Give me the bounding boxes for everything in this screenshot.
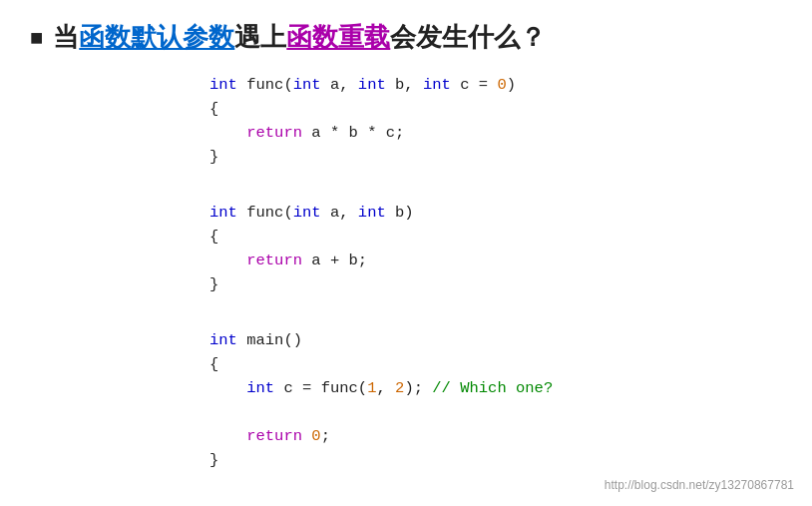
code-line: } <box>209 448 782 472</box>
code-line: int func(int a, int b) <box>209 201 782 225</box>
watermark: http://blog.csdn.net/zy13270867781 <box>605 478 794 492</box>
code-line: } <box>209 272 782 296</box>
code-line: { <box>209 225 782 249</box>
code-line: return 0; <box>209 424 782 448</box>
code-line <box>209 177 782 201</box>
title-suffix: 会发生什么？ <box>390 22 546 52</box>
code-line: int c = func(1, 2); // Which one? <box>209 376 782 400</box>
code-line: int func(int a, int b, int c = 0) <box>209 73 782 97</box>
code-line: int main() <box>209 328 782 352</box>
code-block-2: int func(int a, int b) { return a + b; } <box>209 177 782 296</box>
code-line: return a * b * c; <box>209 121 782 145</box>
code-area: int func(int a, int b, int c = 0) { retu… <box>209 73 782 472</box>
title-row: ■ 当函数默认参数遇上函数重载会发生什么？ <box>30 20 782 55</box>
code-line: return a + b; <box>209 249 782 272</box>
code-line: { <box>209 97 782 121</box>
title-prefix: 当 <box>53 22 79 52</box>
title-part2: 函数重载 <box>286 22 390 52</box>
code-block-3: int main() { int c = func(1, 2); // Whic… <box>209 304 782 472</box>
slide: ■ 当函数默认参数遇上函数重载会发生什么？ int func(int a, in… <box>0 0 812 506</box>
code-line: { <box>209 352 782 376</box>
bullet-icon: ■ <box>30 27 43 49</box>
code-block-1: int func(int a, int b, int c = 0) { retu… <box>209 73 782 169</box>
title-part1: 函数默认参数 <box>79 22 234 52</box>
code-line <box>209 304 782 328</box>
code-line: } <box>209 145 782 169</box>
title-middle: 遇上 <box>234 22 286 52</box>
code-line <box>209 400 782 424</box>
slide-title: 当函数默认参数遇上函数重载会发生什么？ <box>53 20 546 55</box>
